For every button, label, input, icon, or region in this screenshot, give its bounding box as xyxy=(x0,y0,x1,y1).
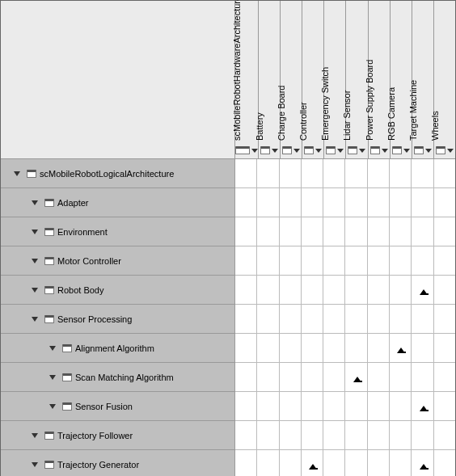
matrix-cell[interactable] xyxy=(412,159,433,188)
expand-column-icon[interactable] xyxy=(272,149,278,153)
matrix-cell[interactable] xyxy=(390,334,412,363)
matrix-cell[interactable] xyxy=(412,188,433,217)
row-header[interactable]: Sensor Fusion xyxy=(1,392,235,421)
matrix-cell[interactable] xyxy=(434,159,455,188)
row-header[interactable]: Trajectory Generator xyxy=(1,450,235,476)
matrix-cell[interactable] xyxy=(323,188,345,217)
matrix-cell[interactable] xyxy=(390,305,412,334)
expand-row-icon[interactable] xyxy=(32,317,38,322)
matrix-cell[interactable] xyxy=(302,363,323,392)
matrix-cell[interactable] xyxy=(257,450,279,476)
matrix-cell[interactable] xyxy=(412,246,433,276)
matrix-cell[interactable] xyxy=(257,276,279,305)
matrix-cell[interactable] xyxy=(412,305,433,334)
matrix-cell[interactable] xyxy=(368,276,390,305)
matrix-cell[interactable] xyxy=(412,421,433,450)
expand-row-icon[interactable] xyxy=(32,259,38,263)
matrix-cell[interactable] xyxy=(434,392,455,421)
expand-column-icon[interactable] xyxy=(293,149,300,153)
matrix-cell[interactable] xyxy=(257,305,279,334)
matrix-cell[interactable] xyxy=(345,188,367,217)
matrix-cell[interactable] xyxy=(368,217,390,246)
matrix-cell[interactable] xyxy=(412,334,433,363)
matrix-cell[interactable] xyxy=(345,392,367,421)
expand-row-icon[interactable] xyxy=(32,433,38,438)
matrix-cell[interactable] xyxy=(235,450,257,476)
expand-row-icon[interactable] xyxy=(32,462,38,467)
matrix-cell[interactable] xyxy=(434,188,455,217)
matrix-cell[interactable] xyxy=(434,217,455,246)
matrix-cell[interactable] xyxy=(434,421,455,450)
expand-column-icon[interactable] xyxy=(382,149,388,153)
matrix-cell[interactable] xyxy=(368,305,390,334)
row-header[interactable]: Scan Matching Algorithm xyxy=(1,363,235,392)
matrix-cell[interactable] xyxy=(390,159,412,188)
matrix-cell[interactable] xyxy=(302,421,323,450)
matrix-cell[interactable] xyxy=(390,363,412,392)
matrix-cell[interactable] xyxy=(235,334,257,363)
matrix-cell[interactable] xyxy=(412,450,433,476)
row-header[interactable]: Robot Body xyxy=(1,276,235,305)
matrix-cell[interactable] xyxy=(412,217,433,246)
matrix-cell[interactable] xyxy=(368,159,390,188)
matrix-cell[interactable] xyxy=(257,246,279,276)
matrix-cell[interactable] xyxy=(345,246,367,276)
matrix-cell[interactable] xyxy=(302,276,323,305)
matrix-cell[interactable] xyxy=(302,334,323,363)
matrix-cell[interactable] xyxy=(368,188,390,217)
matrix-cell[interactable] xyxy=(257,421,279,450)
matrix-cell[interactable] xyxy=(323,450,345,476)
expand-column-icon[interactable] xyxy=(337,149,344,153)
matrix-cell[interactable] xyxy=(323,334,345,363)
matrix-cell[interactable] xyxy=(390,276,412,305)
expand-row-icon[interactable] xyxy=(49,346,56,351)
matrix-cell[interactable] xyxy=(280,392,302,421)
matrix-cell[interactable] xyxy=(257,159,279,188)
matrix-cell[interactable] xyxy=(280,334,302,363)
matrix-cell[interactable] xyxy=(434,450,455,476)
matrix-cell[interactable] xyxy=(280,450,302,476)
matrix-cell[interactable] xyxy=(345,305,367,334)
matrix-cell[interactable] xyxy=(368,421,390,450)
matrix-cell[interactable] xyxy=(235,276,257,305)
expand-column-icon[interactable] xyxy=(425,149,432,153)
matrix-cell[interactable] xyxy=(302,217,323,246)
matrix-cell[interactable] xyxy=(235,217,257,246)
matrix-cell[interactable] xyxy=(368,392,390,421)
matrix-cell[interactable] xyxy=(235,363,257,392)
expand-column-icon[interactable] xyxy=(251,149,258,153)
column-header[interactable]: Wheels xyxy=(434,1,455,159)
expand-column-icon[interactable] xyxy=(359,149,365,153)
matrix-cell[interactable] xyxy=(257,188,279,217)
matrix-cell[interactable] xyxy=(412,363,433,392)
expand-column-icon[interactable] xyxy=(403,149,410,153)
matrix-cell[interactable] xyxy=(345,450,367,476)
matrix-cell[interactable] xyxy=(390,450,412,476)
matrix-cell[interactable] xyxy=(302,305,323,334)
matrix-cell[interactable] xyxy=(280,421,302,450)
matrix-cell[interactable] xyxy=(390,246,412,276)
matrix-cell[interactable] xyxy=(235,305,257,334)
row-header[interactable]: Alignment Algorithm xyxy=(1,334,235,363)
row-header[interactable]: Motor Controller xyxy=(1,246,235,276)
matrix-cell[interactable] xyxy=(390,392,412,421)
matrix-cell[interactable] xyxy=(280,188,302,217)
row-header[interactable]: scMobileRobotLogicalArchitecture xyxy=(1,159,235,188)
expand-row-icon[interactable] xyxy=(49,404,56,409)
matrix-cell[interactable] xyxy=(345,363,367,392)
matrix-cell[interactable] xyxy=(412,276,433,305)
matrix-cell[interactable] xyxy=(302,392,323,421)
matrix-cell[interactable] xyxy=(368,363,390,392)
matrix-cell[interactable] xyxy=(302,450,323,476)
expand-row-icon[interactable] xyxy=(32,288,38,293)
expand-column-icon[interactable] xyxy=(447,149,454,153)
matrix-cell[interactable] xyxy=(345,334,367,363)
row-header[interactable]: Sensor Processing xyxy=(1,305,235,334)
matrix-cell[interactable] xyxy=(235,421,257,450)
matrix-cell[interactable] xyxy=(323,246,345,276)
matrix-cell[interactable] xyxy=(257,363,279,392)
matrix-cell[interactable] xyxy=(323,363,345,392)
matrix-cell[interactable] xyxy=(412,392,433,421)
matrix-cell[interactable] xyxy=(345,217,367,246)
row-header[interactable]: Environment xyxy=(1,217,235,246)
